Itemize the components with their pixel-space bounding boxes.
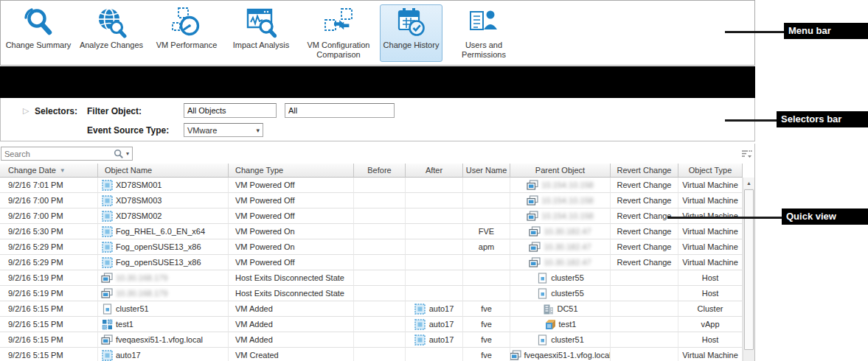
revert-change-cell: Revert Change <box>611 193 678 208</box>
table-customizer-icon[interactable] <box>741 150 752 160</box>
after-cell <box>406 255 463 270</box>
menu-bar-callout: Menu bar <box>784 23 868 39</box>
before-cell <box>354 270 406 286</box>
event-source-type-select[interactable]: VMware ▾ <box>184 123 263 137</box>
menu-item-change-history[interactable]: Change History <box>380 4 442 62</box>
search-options[interactable]: ▾ <box>114 149 132 159</box>
object-type-cell: vApp <box>678 317 743 332</box>
filter-scope-input[interactable] <box>285 103 395 118</box>
change-type-cell: VM Powered Off <box>229 255 354 270</box>
selectors-expander-icon[interactable]: ▷ <box>23 106 29 116</box>
revert-change-cell <box>611 348 678 361</box>
menu-item-analyze-changes[interactable]: Analyze Changes <box>74 4 148 62</box>
table-row[interactable]: 9/2/16 7:00 PM XD78SM003VM Powered Off 1… <box>0 193 743 208</box>
column-header-before[interactable]: Before <box>354 164 406 177</box>
vm-icon <box>101 194 113 206</box>
host-icon <box>527 179 538 191</box>
revert-change-link[interactable]: Revert Change <box>617 227 672 236</box>
selectors-bar-callout-line <box>725 119 777 122</box>
vm-icon <box>101 256 113 268</box>
revert-change-link[interactable]: Revert Change <box>617 258 672 267</box>
user-name-cell <box>463 286 510 301</box>
change-type-cell: VM Powered Off <box>229 178 354 193</box>
column-header-object-type[interactable]: Object Type <box>678 164 743 177</box>
parent-object-cell: 10.30.182.47 <box>510 224 611 239</box>
analyze-changes-icon <box>96 5 127 41</box>
change-date-cell: 9/2/16 5:15 PM <box>0 348 98 361</box>
after-cell <box>406 286 463 301</box>
menu-item-label: Users and Permissions <box>448 41 520 60</box>
object-name-cell: 10.30.168.179 <box>98 286 229 301</box>
table-row[interactable]: 9/2/16 5:15 PM test1VM Added auto17fve t… <box>0 317 743 332</box>
object-name-cell: Fog_RHEL_6.0_EN_x64 <box>98 224 229 239</box>
column-header-after[interactable]: After <box>406 164 463 177</box>
menu-item-label: Change History <box>383 41 440 50</box>
scroll-thumb[interactable] <box>744 189 754 350</box>
before-cell <box>354 208 406 224</box>
table-row[interactable]: 9/2/16 5:30 PM Fog_RHEL_6.0_EN_x64VM Pow… <box>0 224 743 239</box>
table-row[interactable]: 9/2/16 5:19 PM 10.30.168.179Host Exits D… <box>0 270 743 286</box>
column-header-change-date[interactable]: Change Date▼ <box>0 164 98 177</box>
menu-bar: Change Summary Analyze Changes VM Perfor… <box>0 0 755 66</box>
cluster-icon <box>536 287 548 299</box>
after-cell <box>406 239 463 255</box>
object-type-cell: Virtual Machine <box>678 178 743 193</box>
object-type-cell: Virtual Machine <box>678 348 743 361</box>
user-name-cell: fve <box>463 301 510 317</box>
parent-object-cell: 10.30.182.47 <box>510 255 611 270</box>
vm-icon <box>101 225 113 237</box>
menu-item-change-summary[interactable]: Change Summary <box>3 4 74 62</box>
column-header-user-name[interactable]: User Name <box>463 164 510 177</box>
table-row[interactable]: 9/2/16 5:15 PM fveqaesxi51-1.vfog.localV… <box>0 332 743 348</box>
revert-change-cell <box>611 301 678 317</box>
parent-object-cell: 10.154.10.158 <box>510 193 611 208</box>
after-cell <box>406 348 463 361</box>
menu-item-vm-performance[interactable]: VM Performance <box>149 4 224 62</box>
menu-item-label: Change Summary <box>6 41 72 50</box>
host-icon <box>101 287 113 299</box>
column-header-revert-change[interactable]: Revert Change <box>611 164 678 177</box>
search-icon <box>114 149 124 159</box>
table-scrollbar[interactable]: ▲ <box>743 178 754 361</box>
search-input[interactable] <box>1 150 114 158</box>
revert-change-link[interactable]: Revert Change <box>617 242 672 251</box>
selectors-bar-callout: Selectors bar <box>777 111 868 127</box>
table-row[interactable]: 9/2/16 7:00 PM XD78SM002VM Powered Off 1… <box>0 208 743 224</box>
vm-icon <box>414 334 426 346</box>
datacenter-icon <box>542 303 554 315</box>
filter-object-label: Filter Object: <box>87 106 142 116</box>
menu-item-label: VM Configuration Comparison <box>299 41 378 60</box>
table-toolbar: ▾ <box>0 144 754 164</box>
revert-change-cell: Revert Change <box>611 224 678 239</box>
table-row[interactable]: 9/2/16 5:29 PM Fog_openSUSE13_x86VM Powe… <box>0 255 743 270</box>
scroll-up-button[interactable]: ▲ <box>743 178 754 189</box>
table-row[interactable]: 9/2/16 5:19 PM 10.30.168.179Host Exits D… <box>0 286 743 301</box>
revert-change-link[interactable]: Revert Change <box>617 180 672 189</box>
parent-object-cell: cluster55 <box>510 286 611 301</box>
table-row[interactable]: 9/2/16 5:29 PM Fog_openSUSE13_x86VM Powe… <box>0 239 743 255</box>
menu-item-users-permissions[interactable]: Users and Permissions <box>447 4 521 62</box>
table-row[interactable]: 9/2/16 5:15 PM cluster51VM Added auto17f… <box>0 301 743 317</box>
menu-item-impact-analysis[interactable]: Impact Analysis <box>225 4 297 62</box>
menu-item-vm-config-comparison[interactable]: VM Configuration Comparison <box>298 4 379 62</box>
sort-desc-icon: ▼ <box>60 167 66 174</box>
object-type-cell: Host <box>678 286 743 301</box>
table-row[interactable]: 9/2/16 5:15 PM auto17VM Createdfve fveqa… <box>0 348 743 361</box>
change-type-cell: VM Powered Off <box>229 193 354 208</box>
revert-change-link[interactable]: Revert Change <box>617 196 672 205</box>
user-name-cell: fve <box>463 317 510 332</box>
filter-object-input[interactable] <box>184 103 277 118</box>
revert-change-link[interactable]: Revert Change <box>617 211 672 220</box>
host-icon <box>529 241 541 253</box>
column-header-object-name[interactable]: Object Name <box>98 164 229 177</box>
object-type-cell: Host <box>678 270 743 286</box>
before-cell <box>354 317 406 332</box>
column-header-parent-object[interactable]: Parent Object <box>510 164 611 177</box>
after-cell <box>406 270 463 286</box>
user-name-cell: apm <box>463 239 510 255</box>
table-row[interactable]: 9/2/16 7:01 PM XD78SM001VM Powered Off 1… <box>0 178 743 193</box>
vm-icon <box>101 179 113 191</box>
column-header-change-type[interactable]: Change Type <box>229 164 354 177</box>
host-icon <box>101 334 113 346</box>
parent-object-cell: test1 <box>510 317 611 332</box>
